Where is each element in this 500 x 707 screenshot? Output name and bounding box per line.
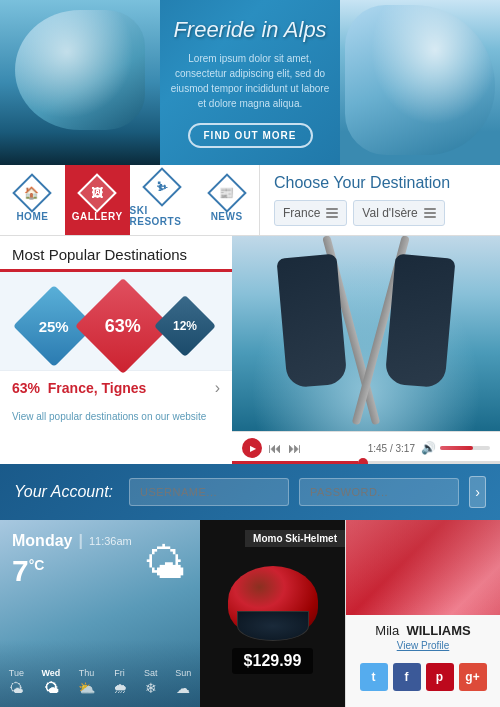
weather-day-tue: Tue 🌤 bbox=[9, 668, 24, 698]
nav-tab-gallery[interactable]: 🖼 GALLERY bbox=[65, 165, 130, 235]
weather-sat-icon: ❄ bbox=[145, 680, 157, 696]
popular-stat-row[interactable]: 63% France, Tignes › bbox=[0, 370, 232, 405]
facebook-button[interactable]: f bbox=[393, 663, 421, 691]
diamonds-row: 25% 63% 12% bbox=[0, 272, 232, 370]
resort-select[interactable]: Val d'Isère bbox=[353, 200, 444, 226]
weather-day-tue-label: Tue bbox=[9, 668, 24, 678]
weather-day-wed-label: Wed bbox=[42, 668, 61, 678]
diamond-63-label: 63% bbox=[105, 316, 141, 337]
video-controls: ⏮ ⏭ 1:45 / 3:17 🔊 bbox=[232, 431, 500, 464]
ski-resorts-icon: ⛷ bbox=[156, 180, 169, 194]
video-time: 1:45 / 3:17 bbox=[368, 443, 415, 454]
weather-day-sat: Sat ❄ bbox=[144, 668, 158, 698]
ski-boot-right bbox=[384, 254, 455, 389]
account-go-button[interactable]: › bbox=[469, 476, 486, 508]
popular-all-link[interactable]: View all popular destinations on our web… bbox=[0, 405, 232, 432]
hero-content: Freeride in Alps Lorem ipsum dolor sit a… bbox=[150, 7, 350, 158]
resort-value: Val d'Isère bbox=[362, 206, 417, 220]
weather-day-thu: Thu ⛅ bbox=[78, 668, 95, 698]
helmet-product-widget: Momo Ski-Helmet $129.99 bbox=[200, 520, 345, 707]
helmet-image bbox=[228, 566, 318, 636]
destination-title: Choose Your Destination bbox=[274, 174, 486, 192]
progress-dot bbox=[358, 458, 368, 464]
hero-left-image bbox=[0, 0, 160, 165]
weather-forecast-days: Tue 🌤 Wed 🌤 Thu ⛅ Fri 🌧 Sat ❄ Sun ☁ bbox=[0, 668, 200, 698]
weather-sun-icon: ☁ bbox=[176, 680, 190, 696]
twitter-button[interactable]: t bbox=[360, 663, 388, 691]
fast-forward-button[interactable]: ⏭ bbox=[288, 440, 302, 456]
home-icon: 🏠 bbox=[25, 186, 41, 200]
popular-destinations-title: Most Popular Destinations bbox=[12, 246, 220, 263]
popular-destinations-header: Most Popular Destinations bbox=[0, 236, 232, 272]
popular-stat-chevron: › bbox=[215, 379, 220, 397]
profile-widget: Mila WILLIAMS View Profile t f p g+ bbox=[345, 520, 500, 707]
diamond-25-label: 25% bbox=[39, 318, 69, 335]
volume-control[interactable]: 🔊 bbox=[421, 441, 490, 455]
country-select[interactable]: France bbox=[274, 200, 347, 226]
nav-destination-row: 🏠 HOME 🖼 GALLERY ⛷ SKI RESORTS 📰 NEWS Ch… bbox=[0, 165, 500, 236]
weather-day-label: Monday bbox=[12, 532, 72, 550]
weather-fri-icon: 🌧 bbox=[113, 680, 127, 696]
popular-stat-percent: 63% bbox=[12, 380, 40, 396]
resort-select-icon bbox=[424, 208, 436, 218]
hero-description: Lorem ipsum dolor sit amet, consectetur … bbox=[170, 51, 330, 111]
volume-fill bbox=[440, 446, 473, 450]
nav-tabs: 🏠 HOME 🖼 GALLERY ⛷ SKI RESORTS 📰 NEWS bbox=[0, 165, 260, 235]
volume-bar[interactable] bbox=[440, 446, 490, 450]
hero-find-out-more-button[interactable]: FIND OUT MORE bbox=[188, 123, 313, 148]
progress-bar[interactable] bbox=[232, 461, 500, 464]
weather-wed-icon: 🌤 bbox=[44, 680, 58, 696]
helmet-name: Momo Ski-Helmet bbox=[245, 530, 345, 547]
diamond-12-label: 12% bbox=[173, 319, 197, 333]
popular-stat-text: 63% France, Tignes bbox=[12, 380, 146, 396]
account-row: Your Account: › bbox=[0, 464, 500, 520]
profile-last-name: WILLIAMS bbox=[406, 623, 470, 638]
hero-title: Freeride in Alps bbox=[170, 17, 330, 43]
weather-day-fri: Fri 🌧 bbox=[113, 668, 127, 698]
bottom-grid: Monday | 11:36am 7°C 🌤 Tue 🌤 Wed 🌤 Thu ⛅… bbox=[0, 520, 500, 707]
country-select-icon bbox=[326, 208, 338, 218]
diamond-item-63: 63% bbox=[89, 292, 157, 360]
play-button[interactable] bbox=[242, 438, 262, 458]
nav-tab-news[interactable]: 📰 NEWS bbox=[194, 165, 259, 235]
profile-first-name: Mila bbox=[375, 623, 399, 638]
password-input[interactable] bbox=[299, 478, 459, 506]
weather-day-fri-label: Fri bbox=[114, 668, 125, 678]
weather-day-sat-label: Sat bbox=[144, 668, 158, 678]
popular-stat-location: France, Tignes bbox=[48, 380, 147, 396]
helmet-visor bbox=[237, 611, 309, 641]
profile-name: Mila WILLIAMS bbox=[356, 623, 490, 638]
gallery-icon: 🖼 bbox=[91, 186, 104, 200]
profile-photo bbox=[346, 520, 500, 615]
ski-video-area bbox=[232, 236, 500, 431]
weather-widget: Monday | 11:36am 7°C 🌤 Tue 🌤 Wed 🌤 Thu ⛅… bbox=[0, 520, 200, 707]
weather-day-sun-label: Sun bbox=[175, 668, 191, 678]
destination-section: Choose Your Destination France Val d'Isè… bbox=[260, 165, 500, 235]
account-label: Your Account: bbox=[14, 483, 119, 501]
profile-info: Mila WILLIAMS View Profile bbox=[346, 615, 500, 657]
google-button[interactable]: g+ bbox=[459, 663, 487, 691]
hero-section: Freeride in Alps Lorem ipsum dolor sit a… bbox=[0, 0, 500, 165]
weather-day-wed: Wed 🌤 bbox=[42, 668, 61, 698]
rewind-button[interactable]: ⏮ bbox=[268, 440, 282, 456]
weather-thu-icon: ⛅ bbox=[78, 680, 95, 696]
diamond-item-12: 12% bbox=[163, 304, 207, 348]
destination-selects: France Val d'Isère bbox=[274, 200, 486, 226]
pinterest-button[interactable]: p bbox=[426, 663, 454, 691]
helmet-price[interactable]: $129.99 bbox=[232, 648, 314, 674]
news-icon: 📰 bbox=[219, 186, 235, 200]
main-content-row: Most Popular Destinations 25% 63% 12% 6 bbox=[0, 236, 500, 464]
right-column: ⏮ ⏭ 1:45 / 3:17 🔊 bbox=[232, 236, 500, 464]
profile-view-link[interactable]: View Profile bbox=[356, 640, 490, 651]
weather-day-thu-label: Thu bbox=[79, 668, 95, 678]
username-input[interactable] bbox=[129, 478, 289, 506]
weather-icon: 🌤 bbox=[144, 540, 186, 588]
left-column: Most Popular Destinations 25% 63% 12% 6 bbox=[0, 236, 232, 464]
nav-tab-home[interactable]: 🏠 HOME bbox=[0, 165, 65, 235]
weather-tue-icon: 🌤 bbox=[9, 680, 23, 696]
country-value: France bbox=[283, 206, 320, 220]
profile-social-links: t f p g+ bbox=[346, 663, 500, 691]
diamond-item-25: 25% bbox=[25, 297, 83, 355]
progress-fill bbox=[232, 461, 358, 464]
nav-tab-ski-resorts[interactable]: ⛷ SKI RESORTS bbox=[130, 165, 195, 235]
